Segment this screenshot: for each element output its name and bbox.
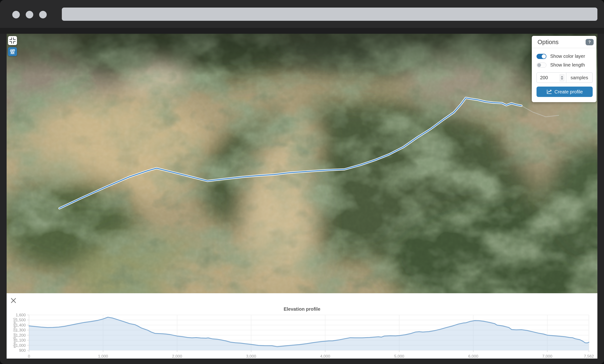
show-line-length-toggle[interactable] — [537, 63, 546, 68]
browser-window: Options ? Show color layer Show line len… — [0, 0, 604, 364]
svg-text:1,000: 1,000 — [98, 354, 108, 359]
svg-text:5,000: 5,000 — [394, 354, 404, 359]
window-control-dot[interactable] — [39, 11, 47, 18]
line-chart-icon — [546, 89, 552, 94]
map-3d-view[interactable] — [7, 34, 597, 293]
options-panel: Options ? Show color layer Show line len… — [532, 36, 596, 102]
svg-text:900: 900 — [19, 348, 26, 353]
toggle-label: Show line length — [550, 62, 585, 68]
svg-text:7,562: 7,562 — [584, 354, 594, 359]
svg-text:2,000: 2,000 — [172, 354, 182, 359]
collapse-icon — [8, 36, 17, 45]
elevation-chart: 9001,0001,1001,2001,3001,4001,5001,60001… — [7, 293, 597, 359]
spinner-up-button[interactable] — [561, 76, 563, 77]
sliders-icon — [8, 47, 17, 56]
svg-text:1,200: 1,200 — [16, 333, 26, 338]
svg-text:7,000: 7,000 — [542, 354, 552, 359]
options-body: Show color layer Show line length sample… — [532, 48, 596, 97]
svg-text:1,600: 1,600 — [16, 313, 26, 317]
elevation-profile-panel: Elevation profile elevation (meters) 900… — [7, 293, 597, 359]
help-button[interactable]: ? — [586, 39, 594, 45]
draw-settings-button[interactable] — [8, 47, 17, 56]
browser-topbar — [0, 0, 604, 28]
address-bar[interactable] — [62, 8, 597, 21]
show-color-layer-toggle[interactable] — [537, 54, 546, 59]
collapse-button[interactable] — [8, 36, 17, 45]
window-control-dot[interactable] — [12, 11, 20, 18]
toggle-row-line-length: Show line length — [537, 61, 593, 69]
svg-text:4,000: 4,000 — [320, 354, 330, 359]
svg-text:0: 0 — [28, 354, 30, 359]
samples-number-box — [537, 72, 566, 83]
options-header: Options ? — [532, 36, 596, 48]
samples-input[interactable] — [537, 75, 553, 81]
toggle-label: Show color layer — [550, 53, 585, 59]
toggle-row-color-layer: Show color layer — [537, 52, 593, 61]
svg-text:6,000: 6,000 — [468, 354, 478, 359]
svg-text:1,300: 1,300 — [16, 328, 26, 332]
svg-text:1,400: 1,400 — [16, 323, 26, 327]
svg-text:1,000: 1,000 — [16, 343, 26, 348]
svg-text:3,000: 3,000 — [246, 354, 256, 359]
number-spinner — [559, 74, 565, 82]
spinner-down-button[interactable] — [561, 78, 563, 80]
toggle-knob — [537, 63, 541, 67]
create-profile-label: Create profile — [554, 89, 583, 95]
svg-text:1,500: 1,500 — [16, 318, 26, 322]
samples-input-group: samples — [537, 72, 593, 83]
window-control-dot[interactable] — [26, 11, 33, 18]
window-divider — [0, 28, 604, 34]
terrain-imagery — [7, 34, 597, 293]
toggle-knob — [542, 54, 546, 59]
samples-unit-label: samples — [566, 72, 593, 83]
panel-title: Options — [538, 38, 559, 46]
create-profile-button[interactable]: Create profile — [537, 87, 593, 97]
svg-text:1,100: 1,100 — [16, 338, 26, 342]
